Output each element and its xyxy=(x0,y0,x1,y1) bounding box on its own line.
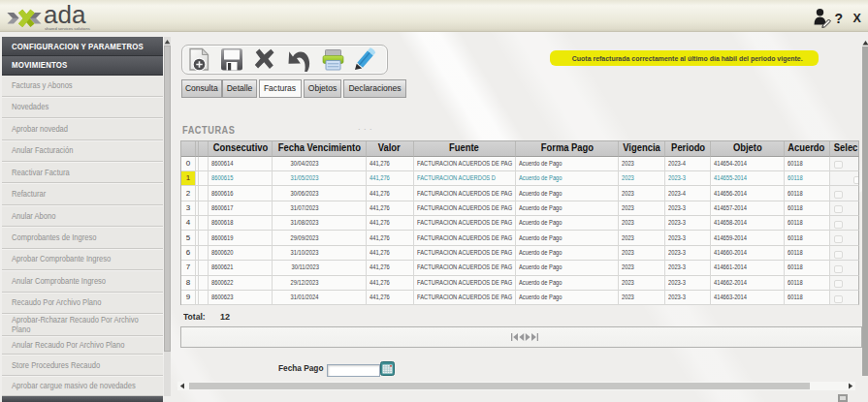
svg-text:X: X xyxy=(853,12,862,25)
svg-text:?: ? xyxy=(835,11,844,26)
